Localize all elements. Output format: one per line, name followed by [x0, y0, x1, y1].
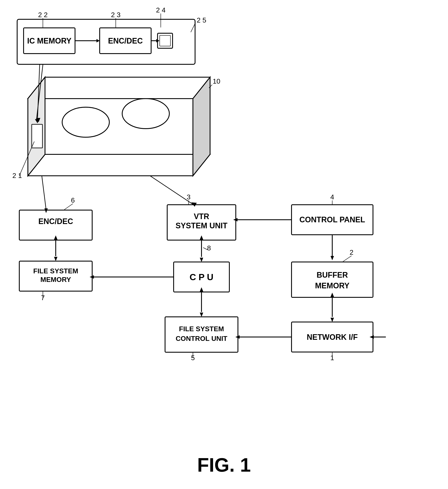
svg-rect-56 [292, 262, 373, 297]
svg-line-41 [203, 248, 207, 250]
fsc-label-1: FILE SYSTEM [179, 325, 224, 333]
ref-8: 8 [207, 244, 211, 252]
file-system-memory-label-1: FILE SYSTEM [33, 267, 78, 275]
ref-2: 2 [350, 248, 353, 256]
svg-line-67 [42, 176, 46, 210]
ref-25: 2 5 [197, 16, 206, 24]
ic-memory-label: IC MEMORY [27, 36, 72, 45]
cpu-label: C P U [189, 272, 213, 282]
svg-line-57 [343, 256, 351, 261]
vtr-system-label-2: SYSTEM UNIT [176, 221, 228, 230]
svg-rect-20 [32, 124, 42, 148]
vtr-system-label-1: VTR [194, 212, 209, 221]
svg-line-30 [64, 204, 73, 210]
svg-marker-55 [331, 256, 334, 260]
svg-point-17 [62, 107, 109, 137]
ref-22: 2 2 [38, 11, 48, 19]
svg-marker-47 [200, 313, 203, 317]
svg-marker-60 [331, 318, 334, 322]
enc-dec-bottom-label: ENC/DEC [38, 217, 73, 226]
svg-point-18 [122, 99, 169, 129]
ref-24: 2 4 [156, 6, 165, 14]
svg-marker-14 [28, 77, 210, 99]
ref-23: 2 3 [111, 11, 121, 19]
ref-10: 10 [213, 77, 220, 85]
diagram: IC MEMORY ENC/DEC 2 2 2 3 2 4 2 5 [0, 0, 448, 489]
enc-dec-top-label: ENC/DEC [108, 36, 143, 45]
control-panel-label: CONTROL PANEL [300, 215, 365, 224]
svg-rect-6 [160, 35, 171, 46]
ref-4: 4 [330, 193, 334, 201]
svg-line-69 [150, 176, 193, 204]
figure-label: FIG. 1 [197, 454, 251, 476]
network-if-label: NETWORK I/F [307, 333, 358, 342]
svg-marker-13 [28, 154, 210, 176]
buffer-memory-label-1: BUFFER [317, 270, 348, 279]
ref-6: 6 [71, 196, 75, 204]
svg-marker-40 [200, 258, 203, 262]
ref-3: 3 [187, 193, 191, 201]
file-system-memory-label-2: MEMORY [41, 276, 71, 283]
svg-marker-33 [54, 257, 57, 261]
fsc-label-2: CONTROL UNIT [176, 335, 228, 342]
buffer-memory-label-2: MEMORY [315, 281, 350, 290]
